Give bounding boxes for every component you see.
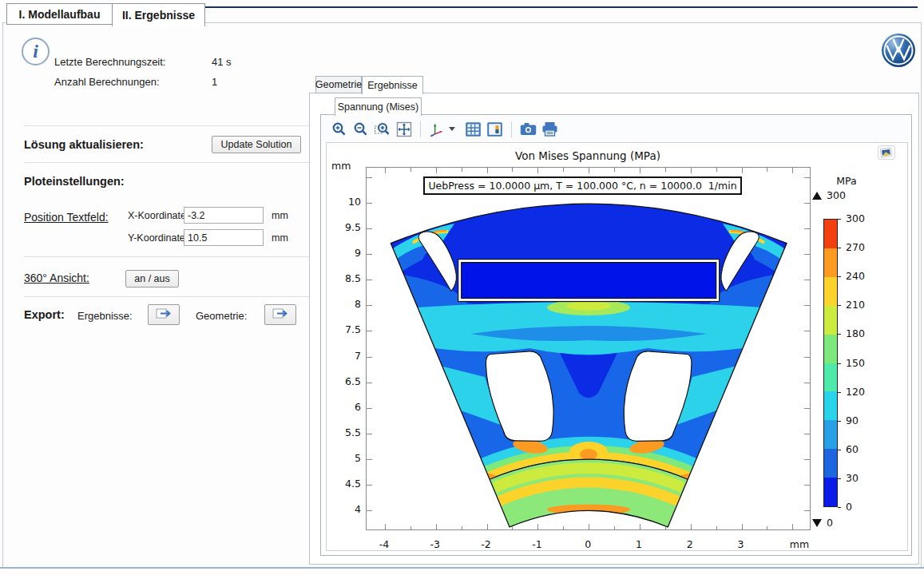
- plot-window-icon[interactable]: [878, 145, 895, 160]
- print-icon[interactable]: [541, 121, 558, 137]
- y-tick-label: 5: [329, 452, 361, 464]
- divider: [24, 256, 311, 257]
- colorbar-tick-label: 270: [846, 241, 865, 253]
- app-window: I. Modellaufbau II. Ergebnisse i Letzte …: [0, 0, 924, 575]
- y-tick-label: 4: [329, 503, 361, 515]
- tab-spannung-mises[interactable]: Spannung (Mises): [335, 97, 422, 116]
- legend-icon[interactable]: [486, 121, 503, 137]
- colorbar-tick-label: 90: [846, 414, 859, 426]
- view360-label: 360° Ansicht:: [24, 272, 89, 284]
- results-group-panel: Spannung (Mises): [309, 93, 919, 565]
- divider: [24, 296, 311, 297]
- tab-ergebnisse-right-label: Ergebnisse: [367, 80, 418, 91]
- triangle-up-icon: [812, 192, 822, 200]
- y-tick-label: 7: [329, 350, 361, 362]
- zoom-in-icon[interactable]: [331, 121, 347, 137]
- y-coordinate-unit: mm: [272, 232, 288, 244]
- tab-geometrie[interactable]: Geometrie: [315, 76, 362, 93]
- y-tick-label: 7.5: [329, 323, 361, 335]
- x-coordinate-input[interactable]: -3.2: [184, 207, 264, 224]
- computation-count-label: Anzahl Berechnungen:: [54, 76, 160, 88]
- export-geometry-label: Geometrie:: [196, 310, 247, 322]
- y-coordinate-label: Y-Koordinate:: [128, 232, 188, 244]
- window-bottom-edge: [0, 567, 924, 569]
- axis-orientation-icon[interactable]: [429, 121, 446, 137]
- contour-plot: [367, 168, 811, 531]
- view360-toggle-button[interactable]: an / aus: [125, 270, 179, 288]
- export-results-label: Ergebnisse:: [77, 310, 133, 322]
- y-tick-label: 8: [329, 298, 361, 310]
- colorbar-under-min: 0: [812, 517, 833, 529]
- axis-orientation-dropdown-caret[interactable]: [449, 127, 455, 131]
- grid-icon[interactable]: [465, 121, 482, 137]
- last-computation-value: 41 s: [212, 56, 232, 68]
- y-coordinate-input[interactable]: 10.5: [184, 229, 264, 246]
- export-geometry-button[interactable]: [264, 304, 296, 325]
- y-tick-label: 6.5: [329, 375, 361, 387]
- export-icon: [156, 308, 172, 321]
- y-tick-label: 6: [329, 401, 361, 413]
- x-tick-label: 2: [674, 538, 706, 550]
- info-icon: i: [22, 38, 50, 65]
- vw-logo: [881, 33, 916, 71]
- colorbar-unit: MPa: [827, 175, 866, 187]
- plot-settings-heading: Ploteinstellungen:: [24, 175, 125, 188]
- plot-frame[interactable]: [366, 167, 811, 530]
- toolbar-separator: [511, 121, 512, 137]
- zoom-extents-icon[interactable]: [395, 121, 412, 137]
- update-solution-button-label: Update Solution: [221, 139, 292, 150]
- graphics-area[interactable]: Von Mises Spannung (MPa) mm: [326, 142, 908, 551]
- zoom-box-icon[interactable]: [374, 121, 391, 137]
- plot-title: Von Mises Spannung (MPa): [327, 149, 849, 162]
- colorbar-tick-label: 240: [846, 270, 865, 282]
- text-position-label: Position Textfeld:: [24, 211, 109, 224]
- y-axis-unit: mm: [331, 160, 351, 172]
- y-tick-label: 9: [329, 247, 361, 259]
- colorbar-tick-label: 150: [846, 357, 865, 369]
- colorbar-over-max: 300: [812, 189, 846, 201]
- computation-count-value: 1: [212, 76, 217, 88]
- tab-geometrie-label: Geometrie: [315, 79, 362, 90]
- divider: [24, 162, 311, 163]
- plot-annotation: UebPress = 10.0000 µm, T = 100.000 °C, n…: [423, 176, 742, 195]
- divider: [24, 125, 311, 126]
- zoom-out-icon[interactable]: [352, 121, 369, 137]
- tab-ergebnisse-right[interactable]: Ergebnisse: [362, 76, 423, 94]
- export-results-button[interactable]: [148, 304, 180, 325]
- y-coordinate-value: 10.5: [188, 232, 207, 244]
- y-tick-label: 5.5: [329, 426, 361, 438]
- x-tick-label: 0: [572, 538, 604, 550]
- colorbar-tick-label: 210: [846, 299, 865, 311]
- y-tick-label: 8.5: [329, 272, 361, 284]
- colorbar: [823, 219, 838, 507]
- x-coordinate-value: -3.2: [188, 210, 205, 221]
- view360-toggle-label: an / aus: [134, 273, 169, 284]
- snapshot-icon[interactable]: [520, 121, 537, 137]
- y-tick-label: 9.5: [329, 221, 361, 233]
- x-axis-unit: mm: [783, 538, 815, 550]
- last-computation-label: Letzte Berechnungszeit:: [54, 56, 165, 68]
- update-solution-button[interactable]: Update Solution: [212, 136, 301, 153]
- colorbar-max-value: 300: [827, 189, 846, 201]
- x-tick-label: 1: [623, 538, 655, 550]
- x-tick-label: -1: [521, 538, 553, 550]
- x-coordinate-label: X-Koordinate:: [128, 210, 188, 221]
- x-tick-label: -4: [368, 538, 400, 550]
- update-solution-label: Lösung aktualisieren:: [24, 138, 144, 151]
- triangle-down-icon: [812, 519, 822, 527]
- toolbar-separator: [420, 121, 421, 137]
- colorbar-tick-label: 180: [846, 327, 865, 339]
- y-tick-label: 4.5: [329, 478, 361, 490]
- x-tick-label: -3: [419, 538, 451, 550]
- tab-modellaufbau-label: I. Modellaufbau: [19, 8, 101, 21]
- export-icon: [272, 308, 288, 321]
- y-tick-label: 10: [329, 196, 361, 208]
- tab-ergebnisse[interactable]: II. Ergebnisse: [112, 3, 205, 26]
- colorbar-min-value: 0: [827, 517, 833, 529]
- tab-ergebnisse-label: II. Ergebnisse: [122, 9, 195, 22]
- colorbar-tick-label: 60: [846, 443, 859, 455]
- colorbar-tick-label: 120: [846, 386, 865, 398]
- tab-spannung-mises-label: Spannung (Mises): [338, 101, 418, 113]
- tab-modellaufbau[interactable]: I. Modellaufbau: [6, 3, 113, 25]
- x-tick-label: -2: [470, 538, 502, 550]
